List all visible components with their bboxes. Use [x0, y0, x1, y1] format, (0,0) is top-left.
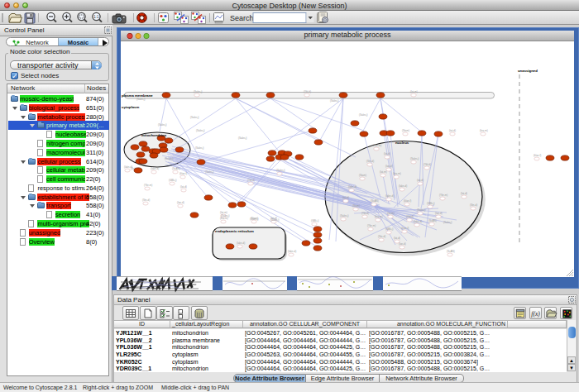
svg-text:(ScAN): (ScAN)	[371, 199, 379, 203]
svg-text:f(x): f(x)	[531, 310, 540, 318]
svg-text:(kra-m): (kra-m)	[480, 129, 488, 132]
svg-text:(lakn-d): (lakn-d)	[414, 220, 422, 223]
svg-text:mitochondrion: mitochondrion	[141, 133, 166, 137]
svg-text:(lat-d): (lat-d)	[394, 237, 400, 240]
svg-text:(Sakn-j): (Sakn-j)	[196, 129, 205, 132]
svg-text:(tat-d): (tat-d)	[449, 129, 456, 132]
svg-text:(Sakn-j): (Sakn-j)	[250, 218, 259, 221]
svg-text:(GBk-j): (GBk-j)	[427, 202, 435, 205]
svg-text:(lat-m): (lat-m)	[380, 170, 387, 174]
svg-text:(Sakn-j): (Sakn-j)	[276, 169, 285, 172]
svg-text:(GBk-j): (GBk-j)	[311, 219, 319, 222]
svg-text:unassigned: unassigned	[518, 69, 538, 73]
svg-text:cytoplasm: cytoplasm	[122, 105, 139, 109]
svg-text:(Ybr-m): (Ybr-m)	[373, 144, 381, 147]
svg-text:(Ybr-m): (Ybr-m)	[439, 194, 447, 197]
svg-text:(Ybl-d): (Ybl-d)	[361, 212, 369, 215]
svg-text:(Stam): (Stam)	[402, 129, 409, 132]
svg-text:endoplasmic reticulum: endoplasmic reticulum	[215, 229, 254, 233]
svg-text:(lan-d): (lan-d)	[177, 201, 184, 204]
svg-text:(kra-m): (kra-m)	[393, 172, 401, 175]
svg-text:(Stn-d): (Stn-d)	[378, 235, 385, 238]
svg-text:(Ybl-d): (Ybl-d)	[247, 179, 255, 182]
svg-text:(Sakn-j): (Sakn-j)	[270, 218, 280, 222]
svg-text:(ScAN): (ScAN)	[172, 167, 180, 170]
svg-text:(Stn-d): (Stn-d)	[366, 160, 374, 163]
svg-text:(tat-d): (tat-d)	[342, 196, 349, 199]
svg-text:(lan-d): (lan-d)	[385, 165, 393, 168]
svg-text:(Stam): (Stam)	[359, 174, 366, 177]
svg-text:(ScAN): (ScAN)	[447, 250, 455, 253]
svg-text:(Sakn-j): (Sakn-j)	[221, 214, 230, 218]
svg-text:(kra-m): (kra-m)	[375, 215, 383, 218]
svg-text:(Sakn-j): (Sakn-j)	[330, 99, 339, 103]
svg-text:(Ybr-m): (Ybr-m)	[144, 184, 152, 187]
svg-text:(Sakn-j): (Sakn-j)	[340, 214, 349, 218]
svg-text:(lakn-d): (lakn-d)	[385, 194, 394, 198]
svg-text:(GBk-j): (GBk-j)	[169, 179, 177, 182]
svg-text:(Sakn-j): (Sakn-j)	[195, 146, 204, 150]
svg-text:(lakn-d): (lakn-d)	[348, 185, 356, 189]
svg-text:(lakn-d): (lakn-d)	[399, 184, 407, 188]
svg-text:(Sakn-j): (Sakn-j)	[165, 157, 174, 160]
svg-text:(lat-d): (lat-d)	[461, 192, 467, 195]
svg-text:(Sakn-j): (Sakn-j)	[194, 90, 203, 93]
svg-text:(Ybl-d): (Ybl-d)	[423, 163, 431, 166]
svg-text:(Sakn-j): (Sakn-j)	[359, 113, 368, 117]
svg-text:(lat-d): (lat-d)	[180, 185, 187, 189]
svg-text:(lat-d): (lat-d)	[384, 152, 390, 155]
svg-text:(ScAN): (ScAN)	[428, 219, 437, 222]
svg-text:(lakn-d): (lakn-d)	[151, 167, 159, 170]
svg-text:nucleus: nucleus	[395, 141, 409, 145]
svg-text:(Sakn-j): (Sakn-j)	[190, 116, 199, 119]
svg-text:(Stam): (Stam)	[352, 204, 360, 208]
svg-text:(tat-d): (tat-d)	[417, 179, 423, 182]
svg-text:(Sakn-j): (Sakn-j)	[205, 170, 214, 174]
svg-text:(lat-m): (lat-m)	[410, 90, 418, 93]
svg-text:(lan-d): (lan-d)	[399, 242, 406, 246]
svg-text:(lakn-d): (lakn-d)	[288, 250, 296, 253]
svg-text:(klan-f): (klan-f)	[401, 227, 409, 230]
svg-text:(klan-f): (klan-f)	[179, 172, 187, 175]
svg-text:(Ybl-d): (Ybl-d)	[304, 90, 311, 93]
svg-text:plasma membrane: plasma membrane	[122, 93, 153, 98]
svg-text:1:1: 1:1	[93, 15, 99, 19]
svg-text:(Stn-d): (Stn-d)	[142, 198, 150, 202]
svg-text:(Sakn-j): (Sakn-j)	[410, 157, 419, 160]
svg-text:(Sakn-j): (Sakn-j)	[417, 208, 426, 212]
svg-text:(Sakn-j): (Sakn-j)	[443, 221, 452, 224]
svg-text:(Stn-d): (Stn-d)	[470, 203, 477, 207]
svg-text:(lakn-d): (lakn-d)	[237, 241, 245, 245]
svg-text:(GBk-j): (GBk-j)	[385, 227, 394, 231]
svg-text:(klan-f): (klan-f)	[404, 199, 411, 203]
svg-text:(lat-m): (lat-m)	[387, 212, 395, 215]
svg-text:(klan-f): (klan-f)	[534, 154, 541, 157]
svg-text:(Sakn-j): (Sakn-j)	[238, 136, 247, 140]
svg-text:(Ybl-d): (Ybl-d)	[406, 215, 414, 218]
svg-text:(Sakn-j): (Sakn-j)	[136, 98, 146, 101]
svg-text:(Ybr-m): (Ybr-m)	[367, 224, 376, 227]
svg-text:Search:: Search:	[230, 14, 256, 22]
svg-text:(lan-d): (lan-d)	[435, 212, 443, 215]
svg-text:(Sakn-j): (Sakn-j)	[158, 123, 167, 127]
